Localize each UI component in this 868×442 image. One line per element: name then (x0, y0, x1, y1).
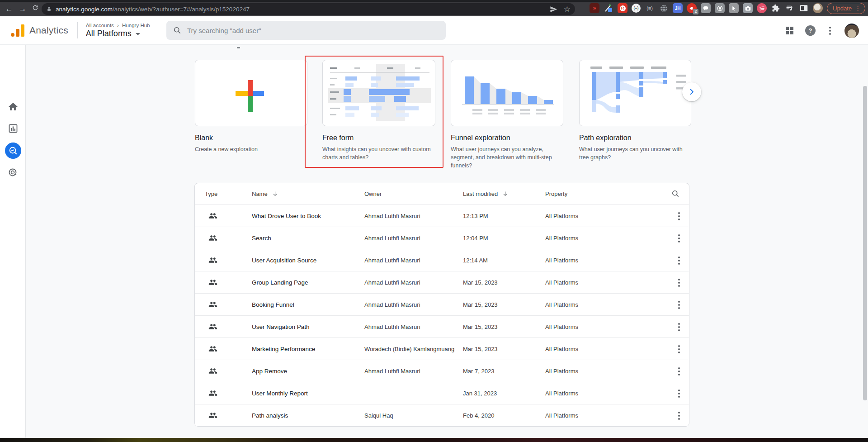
side-panel-icon[interactable] (799, 3, 809, 13)
row-menu-icon[interactable] (676, 299, 682, 311)
extension-pointer-icon[interactable] (729, 3, 739, 13)
extension-eyedropper-icon[interactable] (604, 3, 613, 13)
row-menu-icon[interactable] (676, 343, 682, 355)
browser-forward-button[interactable]: → (17, 4, 28, 14)
browser-reload-button[interactable] (30, 4, 41, 14)
browser-update-button[interactable]: Update⋮ (827, 3, 865, 14)
extension-line-chat-icon[interactable] (701, 3, 711, 13)
column-header-name[interactable]: Name (252, 190, 364, 197)
playlist-icon[interactable] (785, 3, 795, 13)
template-description: What user journeys can you analyze, segm… (451, 145, 563, 170)
nav-explore-active[interactable] (0, 143, 26, 159)
template-title: Free form (322, 134, 435, 142)
extension-fastforward-icon[interactable]: » (590, 3, 599, 13)
browser-profile-avatar[interactable] (813, 3, 823, 13)
column-header-last-modified[interactable]: Last modified (463, 190, 545, 197)
apps-grid-icon[interactable] (786, 27, 793, 34)
nav-reports[interactable] (0, 123, 26, 134)
extension-camera-icon[interactable] (743, 3, 753, 13)
nav-home[interactable] (0, 101, 26, 112)
property-selector[interactable]: All Platforms (86, 29, 150, 39)
template-card-blank[interactable]: Blank Create a new exploration (195, 60, 307, 153)
analytics-logo-icon[interactable] (11, 24, 24, 37)
extension-hand-icon[interactable]: 2 (687, 3, 697, 13)
row-menu-icon[interactable] (676, 366, 682, 377)
row-menu-icon[interactable] (676, 388, 682, 399)
row-type-cell (195, 411, 252, 420)
reload-icon (32, 4, 39, 11)
row-type-cell (195, 366, 252, 375)
browser-back-button[interactable]: ← (4, 4, 14, 14)
extension-globe-icon[interactable] (659, 3, 669, 13)
column-header-property[interactable]: Property (545, 190, 689, 197)
exploration-last-modified: Feb 4, 2020 (463, 412, 545, 419)
template-card-path[interactable]: Path exploration What user journeys can … (579, 60, 691, 162)
template-card-funnel[interactable]: Funnel exploration What user journeys ca… (451, 60, 563, 170)
shared-users-icon (208, 211, 217, 220)
nav-advertising[interactable] (0, 167, 26, 178)
account-avatar[interactable] (844, 24, 859, 38)
template-card-freeform[interactable]: Free form What insights can you uncover … (322, 60, 435, 162)
sort-arrow-down-icon (272, 190, 278, 197)
global-search-bar[interactable] (166, 21, 446, 40)
exploration-last-modified: 12:13 PM (463, 213, 545, 219)
row-menu-icon[interactable] (676, 277, 682, 289)
help-icon[interactable]: ? (805, 25, 816, 36)
extension-jh-icon[interactable]: JH (673, 3, 683, 13)
search-input[interactable] (187, 27, 422, 34)
column-header-type[interactable]: Type (195, 190, 252, 197)
table-row[interactable]: Search Ahmad Luthfi Masruri 12:04 PM All… (195, 227, 689, 249)
exploration-property: All Platforms (545, 301, 689, 308)
row-menu-icon[interactable] (676, 321, 682, 333)
shared-users-icon (208, 411, 217, 420)
exploration-owner: Ahmad Luthfi Masruri (364, 279, 463, 286)
exploration-last-modified: 12:04 PM (463, 235, 545, 242)
table-row[interactable]: Path analysis Saiqul Haq Feb 4, 2020 All… (195, 404, 689, 426)
table-row[interactable]: User Acquisition Source Ahmad Luthfi Mas… (195, 249, 689, 271)
appbar-menu-icon[interactable] (827, 25, 833, 37)
row-menu-icon[interactable] (676, 255, 682, 266)
table-row[interactable]: What Drove User to Book Ahmad Luthfi Mas… (195, 204, 689, 227)
send-icon[interactable] (550, 5, 557, 13)
table-row[interactable]: Booking Funnel Ahmad Luthfi Masruri Mar … (195, 293, 689, 315)
address-bar[interactable]: analytics.google.com/analytics/web/?auth… (42, 3, 575, 15)
extension-stripes-icon[interactable] (757, 3, 767, 13)
account-breadcrumb[interactable]: All accounts › Hungry Hub (86, 22, 150, 29)
logo-dot (11, 33, 14, 37)
extension-dash-circle-icon[interactable]: (–) (632, 4, 641, 13)
bookmark-star-icon[interactable]: ☆ (564, 5, 571, 14)
shared-users-icon (208, 233, 217, 242)
extension-paren-lines-icon[interactable]: (≡) (645, 3, 655, 13)
table-search-icon[interactable] (671, 189, 680, 200)
home-icon (8, 101, 19, 112)
exploration-owner: Ahmad Luthfi Masruri (364, 368, 463, 375)
update-menu-icon: ⋮ (855, 5, 861, 12)
row-menu-icon[interactable] (676, 233, 682, 244)
exploration-property: All Platforms (545, 257, 689, 264)
product-title: Analytics (29, 25, 68, 36)
column-header-owner[interactable]: Owner (364, 190, 463, 197)
table-row[interactable]: Marketing Performance Woradech (Birdie) … (195, 337, 689, 360)
templates-next-button[interactable] (682, 82, 701, 101)
table-row[interactable]: Group Landing Page Ahmad Luthfi Masruri … (195, 271, 689, 293)
row-menu-icon[interactable] (676, 210, 682, 222)
table-row[interactable]: User Monthly Report Jan 31, 2023 All Pla… (195, 382, 689, 404)
breadcrumb-separator: › (117, 23, 119, 28)
lock-icon (46, 6, 52, 13)
table-row[interactable]: App Remove Ahmad Luthfi Masruri Mar 7, 2… (195, 360, 689, 382)
extension-r-shield-icon[interactable]: R (618, 3, 627, 13)
exploration-property: All Platforms (545, 279, 689, 286)
exploration-property: All Platforms (545, 368, 689, 375)
exploration-owner: Ahmad Luthfi Masruri (364, 257, 463, 264)
extensions-puzzle-icon[interactable] (771, 3, 781, 13)
exploration-owner: Ahmad Luthfi Masruri (364, 301, 463, 308)
row-menu-icon[interactable] (676, 410, 682, 422)
search-icon (173, 26, 182, 35)
plus-icon (195, 60, 307, 126)
exploration-owner: Ahmad Luthfi Masruri (364, 213, 463, 219)
reports-icon (8, 123, 19, 134)
shared-users-icon (208, 344, 217, 353)
page-scrollbar[interactable] (863, 86, 867, 400)
extension-pause-icon[interactable] (715, 3, 725, 13)
table-row[interactable]: User Navigation Path Ahmad Luthfi Masrur… (195, 315, 689, 337)
